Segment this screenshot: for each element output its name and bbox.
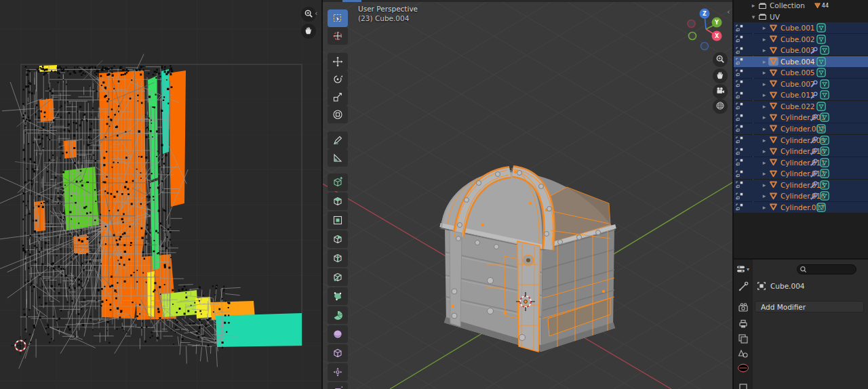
transform-tool-button[interactable] bbox=[328, 106, 348, 123]
disclosure-triangle-icon[interactable]: ▾ bbox=[750, 14, 757, 20]
mesh-data-icon[interactable] bbox=[820, 136, 829, 145]
uv-zoom-button[interactable] bbox=[301, 7, 316, 22]
properties-tab-scene[interactable] bbox=[738, 348, 749, 359]
knife-tool-button[interactable] bbox=[328, 268, 348, 286]
outliner-row-cylinder-009[interactable]: ▸Cylinder.009 bbox=[734, 135, 868, 146]
outliner-row-cylinder-013[interactable]: ▸Cylinder.013 bbox=[734, 180, 868, 190]
mesh-data-icon[interactable] bbox=[820, 79, 829, 89]
outliner-row-cube-007[interactable]: ▸Cube.007 bbox=[734, 79, 868, 89]
mesh-data-icon[interactable] bbox=[816, 124, 826, 134]
wrench-modifier-icon[interactable] bbox=[810, 180, 818, 189]
mesh-data-icon[interactable] bbox=[816, 57, 826, 66]
editor-type-button[interactable]: ▾ bbox=[736, 264, 754, 275]
outliner-row-cube-002[interactable]: ▸Cube.002 bbox=[734, 34, 868, 45]
disclosure-triangle-icon[interactable]: ▸ bbox=[761, 69, 768, 76]
object-name-label[interactable]: Cube.005 bbox=[781, 68, 815, 77]
disclosure-triangle-icon[interactable]: ▸ bbox=[761, 24, 768, 31]
disclosure-triangle-icon[interactable]: ▸ bbox=[761, 114, 768, 121]
disclosure-triangle-icon[interactable]: ▸ bbox=[761, 58, 768, 65]
properties-tab-world[interactable] bbox=[738, 363, 749, 373]
outliner-row-uv[interactable]: ▾UV bbox=[734, 12, 868, 22]
outliner-row-cylinder-010[interactable]: ▸Cylinder.010 bbox=[734, 146, 868, 157]
wrench-modifier-icon[interactable] bbox=[810, 169, 818, 178]
disclosure-triangle-icon[interactable]: ▸ bbox=[761, 91, 768, 98]
outliner-row-cube-001[interactable]: ▸Cube.001 bbox=[734, 22, 868, 33]
outliner-row-collection[interactable]: ▸Collection44 bbox=[734, 0, 868, 11]
mesh-data-icon[interactable] bbox=[820, 112, 829, 122]
disclosure-triangle-icon[interactable]: ▸ bbox=[761, 81, 768, 87]
breadcrumb[interactable]: Cube.004 bbox=[757, 281, 805, 291]
wrench-modifier-icon[interactable] bbox=[810, 147, 818, 156]
add-modifier-button[interactable]: Add Modifier bbox=[755, 301, 864, 312]
viewport-pan-button[interactable] bbox=[713, 68, 728, 83]
mesh-data-icon[interactable] bbox=[820, 180, 829, 190]
wrench-modifier-icon[interactable] bbox=[810, 158, 818, 167]
mesh-data-icon[interactable] bbox=[820, 169, 829, 178]
mesh-data-icon[interactable] bbox=[816, 23, 826, 33]
spin-tool-button[interactable] bbox=[328, 306, 348, 324]
disclosure-triangle-icon[interactable]: ▸ bbox=[761, 137, 768, 144]
mesh-data-icon[interactable] bbox=[816, 35, 826, 44]
object-name-label[interactable]: Cube.022 bbox=[781, 102, 815, 110]
gizmo-neg-y-ball[interactable] bbox=[689, 33, 696, 40]
mesh-data-icon[interactable] bbox=[820, 146, 829, 156]
gizmo-neg-x-ball[interactable] bbox=[688, 20, 695, 28]
scale-tool-button[interactable] bbox=[328, 88, 348, 106]
shrink-fatten-tool-button[interactable] bbox=[328, 363, 348, 381]
disclosure-triangle-icon[interactable]: ▸ bbox=[761, 204, 768, 211]
mesh-data-icon[interactable] bbox=[820, 90, 829, 100]
properties-tab-render[interactable] bbox=[738, 302, 749, 313]
poly-build-tool-button[interactable] bbox=[328, 287, 348, 305]
properties-tab-tool[interactable] bbox=[738, 281, 749, 292]
properties-tab-view-layer[interactable] bbox=[738, 333, 749, 344]
add-cube-tool-button[interactable] bbox=[328, 173, 348, 191]
object-name-label[interactable]: Cube.004 bbox=[781, 58, 815, 66]
navigation-gizmo[interactable]: Z Y X bbox=[687, 1, 730, 54]
gizmo-x-ball[interactable]: X bbox=[712, 31, 722, 41]
mesh-data-icon[interactable] bbox=[816, 102, 826, 111]
measure-tool-button[interactable] bbox=[328, 149, 348, 167]
edge-slide-tool-button[interactable] bbox=[328, 344, 348, 362]
disclosure-triangle-icon[interactable]: ▸ bbox=[761, 103, 768, 110]
extrude-region-tool-button[interactable] bbox=[328, 192, 348, 210]
viewport-toggle-projection-button[interactable] bbox=[713, 99, 728, 114]
disclosure-triangle-icon[interactable]: ▸ bbox=[761, 192, 768, 199]
disclosure-triangle-icon[interactable]: ▸ bbox=[761, 36, 768, 43]
outliner-row-cube-003[interactable]: ▸Cube.003 bbox=[734, 45, 868, 56]
viewport-canvas[interactable] bbox=[323, 0, 732, 389]
gizmo-y-ball[interactable]: Y bbox=[712, 18, 722, 28]
wrench-modifier-icon[interactable] bbox=[810, 136, 818, 144]
mesh-data-icon[interactable] bbox=[820, 158, 829, 167]
gizmo-z-ball[interactable]: Z bbox=[700, 9, 710, 19]
outliner-row-cylinder-012[interactable]: ▸Cylinder.012 bbox=[734, 168, 868, 179]
disclosure-triangle-icon[interactable]: ▸ bbox=[761, 47, 768, 54]
loop-cut-tool-button[interactable] bbox=[328, 249, 348, 267]
outliner-row-cube-011[interactable]: ▸Cube.011 bbox=[734, 89, 868, 100]
mesh-data-icon[interactable] bbox=[820, 45, 829, 55]
wrench-modifier-icon[interactable] bbox=[810, 113, 818, 122]
outliner-row-cube-022[interactable]: ▸Cube.022 bbox=[734, 101, 868, 112]
uv-sidebar-collapse-arrow[interactable]: ‹ bbox=[315, 9, 317, 17]
cursor-tool-button[interactable] bbox=[328, 27, 348, 45]
bevel-tool-button[interactable] bbox=[328, 230, 348, 248]
disclosure-triangle-icon[interactable]: ▸ bbox=[761, 159, 768, 166]
smooth-tool-button[interactable] bbox=[328, 325, 348, 343]
uv-editor-region[interactable]: ‹ bbox=[0, 0, 321, 389]
disclosure-triangle-icon[interactable]: ▸ bbox=[761, 182, 768, 188]
wrench-modifier-icon[interactable] bbox=[810, 192, 818, 201]
select-box-tool-button[interactable] bbox=[328, 9, 348, 27]
object-name-label[interactable]: Cube.002 bbox=[781, 35, 815, 43]
outliner-row-cylinder-001[interactable]: ▸Cylinder.001 bbox=[734, 112, 868, 123]
properties-tab-output[interactable] bbox=[738, 319, 749, 329]
wrench-modifier-icon[interactable] bbox=[810, 79, 818, 88]
wrench-modifier-icon[interactable] bbox=[810, 91, 818, 100]
inset-faces-tool-button[interactable] bbox=[328, 211, 348, 229]
move-tool-button[interactable] bbox=[328, 53, 348, 70]
uv-pan-button[interactable] bbox=[301, 24, 316, 39]
outliner-row-cylinder-016[interactable]: ▸Cylinder.016 bbox=[734, 190, 868, 201]
properties-tab-object[interactable] bbox=[738, 382, 749, 389]
uv-canvas[interactable] bbox=[0, 0, 321, 389]
gizmo-neg-z-ball[interactable] bbox=[701, 43, 709, 50]
disclosure-triangle-icon[interactable]: ▸ bbox=[761, 148, 768, 155]
outliner-row-cube-005[interactable]: ▸Cube.005 bbox=[734, 67, 868, 78]
